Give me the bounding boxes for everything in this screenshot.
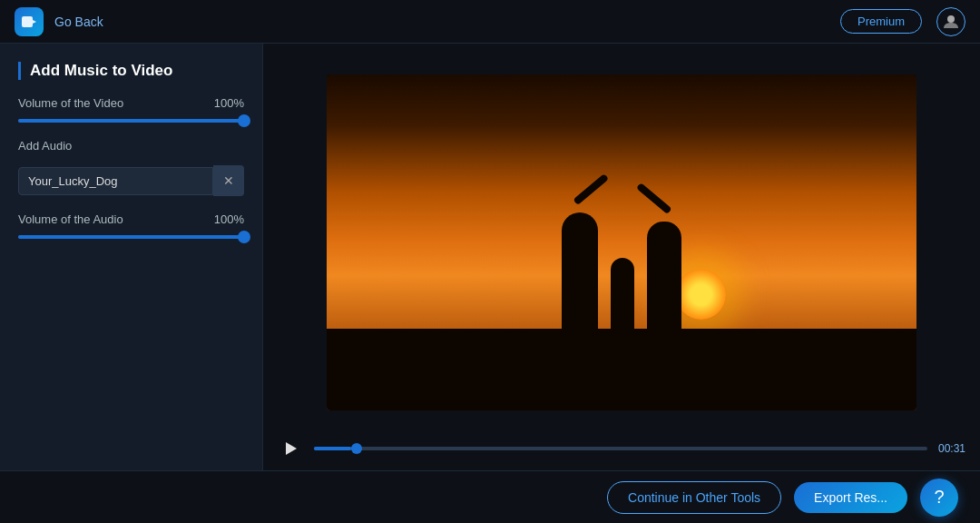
audio-filename-input[interactable] xyxy=(18,167,213,195)
progress-fill xyxy=(314,447,351,450)
header: Go Back Premium xyxy=(0,0,980,44)
figure-adult-left xyxy=(562,212,598,331)
arm-right xyxy=(636,183,672,214)
figure-child xyxy=(611,258,634,331)
header-right: Premium xyxy=(840,7,965,36)
sidebar-title: Add Music to Video xyxy=(18,62,244,80)
user-avatar[interactable] xyxy=(936,7,965,36)
svg-rect-0 xyxy=(22,16,33,27)
audio-volume-fill xyxy=(18,235,244,239)
go-back-link[interactable]: Go Back xyxy=(54,15,103,29)
figure-adult-right xyxy=(647,222,681,331)
video-player xyxy=(327,74,916,410)
video-controls: 00:31 xyxy=(263,427,980,470)
ground-decoration xyxy=(327,329,916,410)
premium-button[interactable]: Premium xyxy=(840,9,922,34)
svg-marker-1 xyxy=(33,20,36,24)
app-icon xyxy=(15,7,44,36)
sun-decoration xyxy=(676,270,726,320)
export-button[interactable]: Export Res... xyxy=(794,482,907,513)
play-button[interactable] xyxy=(278,436,303,461)
add-audio-group: Add Audio ✕ xyxy=(18,139,244,196)
video-area: 00:31 xyxy=(263,44,980,470)
progress-thumb[interactable] xyxy=(351,443,362,454)
time-display: 00:31 xyxy=(938,442,965,455)
arm-left xyxy=(573,173,609,205)
audio-volume-group: Volume of the Audio 100% xyxy=(18,212,244,239)
figures-decoration xyxy=(562,212,681,331)
video-volume-slider[interactable] xyxy=(18,119,244,123)
add-audio-label: Add Audio xyxy=(18,139,244,153)
continue-other-tools-button[interactable]: Continue in Other Tools xyxy=(607,481,781,514)
bottom-bar: Continue in Other Tools Export Res... ? xyxy=(0,470,980,523)
help-icon: ? xyxy=(934,487,944,508)
sidebar: Add Music to Video Volume of the Video 1… xyxy=(0,44,263,470)
video-volume-fill xyxy=(18,119,244,123)
video-volume-thumb[interactable] xyxy=(238,114,250,127)
audio-input-row: ✕ xyxy=(18,165,244,196)
svg-point-2 xyxy=(947,15,955,23)
video-container xyxy=(263,44,980,427)
help-button[interactable]: ? xyxy=(920,479,958,517)
audio-volume-thumb[interactable] xyxy=(238,231,250,243)
video-volume-group: Volume of the Video 100% xyxy=(18,96,244,123)
audio-volume-value: 100% xyxy=(214,212,244,226)
svg-marker-3 xyxy=(286,442,297,455)
audio-volume-slider[interactable] xyxy=(18,235,244,239)
video-volume-value: 100% xyxy=(214,96,244,110)
video-scene xyxy=(327,74,916,410)
header-left: Go Back xyxy=(15,7,103,36)
main: Add Music to Video Volume of the Video 1… xyxy=(0,44,980,470)
progress-bar[interactable] xyxy=(314,447,927,450)
audio-volume-label: Volume of the Audio xyxy=(18,212,123,226)
video-volume-label: Volume of the Video xyxy=(18,96,123,110)
audio-clear-button[interactable]: ✕ xyxy=(213,165,244,196)
